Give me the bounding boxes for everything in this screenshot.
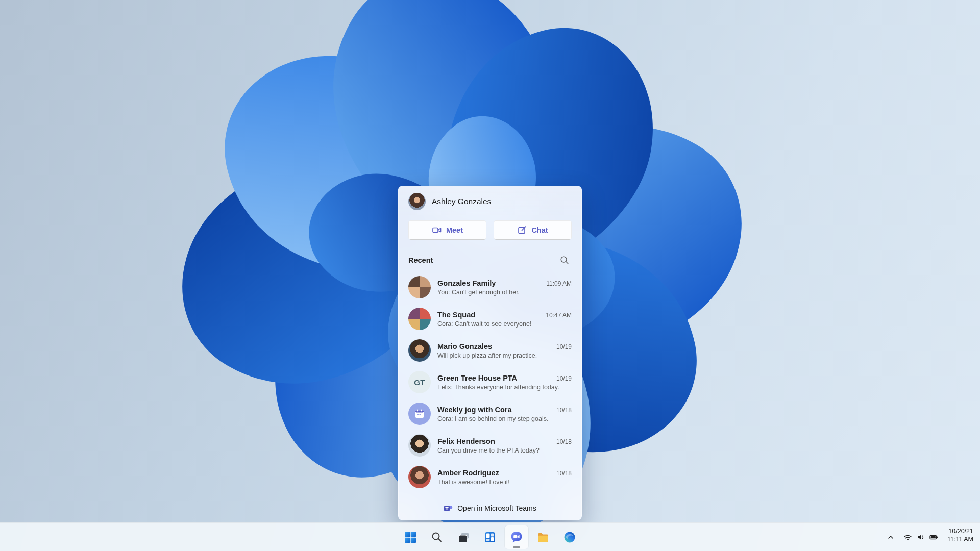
widgets-button[interactable] — [478, 525, 502, 549]
wifi-icon — [903, 533, 912, 541]
conversation-preview: You: Can't get enough of her. — [437, 289, 572, 296]
conversation-time: 10/19 — [556, 375, 572, 382]
conversation-row-felix-henderson[interactable]: Felix Henderson 10/18 Can you drive me t… — [398, 430, 582, 461]
open-in-teams-link[interactable]: Open in Microsoft Teams — [398, 495, 582, 520]
edge-button[interactable] — [558, 525, 581, 549]
clock-date: 10/20/21 — [948, 527, 973, 535]
conversation-name: Gonzales Family — [437, 279, 496, 287]
volume-icon — [917, 533, 925, 541]
calendar-avatar — [408, 403, 431, 425]
conversation-time: 10/18 — [556, 407, 572, 414]
conversation-row-green-tree-house-pta[interactable]: GT Green Tree House PTA 10/19 Felix: Tha… — [398, 366, 582, 398]
taskbar-clock[interactable]: 10/20/21 11:11 AM — [944, 527, 977, 547]
search-button-taskbar[interactable] — [425, 525, 449, 549]
compose-icon — [517, 225, 527, 235]
file-explorer-button[interactable] — [531, 525, 555, 549]
recent-label: Recent — [408, 256, 433, 264]
search-button[interactable] — [557, 253, 572, 267]
widgets-board-icon — [483, 531, 497, 544]
chevron-up-icon — [887, 534, 894, 541]
chat-bubble-icon — [509, 530, 524, 544]
conversation-preview: Cora: I am so behind on my step goals. — [437, 415, 572, 422]
system-tray: 10/20/21 11:11 AM — [884, 523, 977, 551]
conversation-name: Felix Henderson — [437, 437, 495, 445]
task-view-button[interactable] — [452, 525, 475, 549]
user-avatar[interactable] — [408, 193, 426, 210]
teams-logo-icon — [444, 504, 453, 513]
conversation-name: Weekly jog with Cora — [437, 406, 512, 414]
conversation-preview: Will pick up pizza after my practice. — [437, 352, 572, 359]
video-camera-icon — [432, 225, 442, 235]
taskbar: 10/20/21 11:11 AM — [0, 522, 980, 551]
edge-swirl-icon — [563, 531, 576, 544]
conversation-name: The Squad — [437, 311, 475, 319]
conversation-row-the-squad[interactable]: The Squad 10:47 AM Cora: Can't wait to s… — [398, 303, 582, 335]
conversation-preview: Can you drive me to the PTA today? — [437, 447, 572, 454]
meet-button-label: Meet — [446, 226, 463, 234]
conversation-row-gonzales-family[interactable]: Gonzales Family 11:09 AM You: Can't get … — [398, 271, 582, 303]
search-icon — [560, 256, 569, 265]
folder-icon — [536, 531, 550, 544]
action-buttons: Meet Chat — [398, 216, 582, 248]
start-button[interactable] — [399, 525, 422, 549]
flyout-header: Ashley Gonzales — [398, 186, 582, 216]
conversation-preview: Cora: Can't wait to see everyone! — [437, 320, 572, 328]
conversation-name: Mario Gonzales — [437, 342, 492, 350]
chat-button[interactable]: Chat — [494, 220, 572, 240]
windows-logo-icon — [404, 531, 417, 544]
conversation-list: Gonzales Family 11:09 AM You: Can't get … — [398, 270, 582, 495]
conversation-row-weekly-jog-with-cora[interactable]: Weekly jog with Cora 10/18 Cora: I am so… — [398, 398, 582, 430]
group-avatar — [408, 308, 431, 330]
conversation-name: Green Tree House PTA — [437, 374, 517, 382]
battery-icon — [929, 533, 938, 541]
user-name: Ashley Gonzales — [432, 197, 491, 206]
conversation-time: 11:09 AM — [546, 280, 572, 287]
tray-chevron-button[interactable] — [884, 527, 898, 547]
meet-button[interactable]: Meet — [408, 220, 486, 240]
conversation-time: 10:47 AM — [546, 312, 572, 319]
conversation-time: 10/18 — [556, 470, 572, 477]
chat-button-label: Chat — [531, 226, 548, 234]
stacked-windows-icon — [457, 531, 470, 544]
search-icon — [431, 531, 443, 543]
group-avatar — [408, 276, 431, 298]
taskbar-center-icons — [399, 523, 581, 551]
open-in-teams-label: Open in Microsoft Teams — [457, 504, 536, 512]
clock-time: 11:11 AM — [947, 535, 973, 543]
initials-avatar: GT — [408, 371, 431, 393]
teams-chat-flyout: Ashley Gonzales Meet Chat Recent — [398, 186, 582, 520]
photo-avatar — [408, 434, 431, 457]
recent-header: Recent — [398, 248, 582, 270]
conversation-time: 10/18 — [556, 438, 572, 445]
chat-button-taskbar[interactable] — [505, 525, 528, 549]
conversation-row-mario-gonzales[interactable]: Mario Gonzales 10/19 Will pick up pizza … — [398, 335, 582, 366]
photo-avatar — [408, 339, 431, 362]
conversation-time: 10/19 — [556, 343, 572, 350]
photo-avatar — [408, 466, 431, 488]
conversation-name: Amber Rodriguez — [437, 469, 499, 477]
conversation-preview: Felix: Thanks everyone for attending tod… — [437, 384, 572, 391]
tray-status-icons[interactable] — [900, 527, 942, 547]
conversation-preview: That is awesome! Love it! — [437, 479, 572, 486]
conversation-row-amber-rodriguez[interactable]: Amber Rodriguez 10/18 That is awesome! L… — [398, 461, 582, 493]
calendar-icon — [414, 408, 425, 419]
